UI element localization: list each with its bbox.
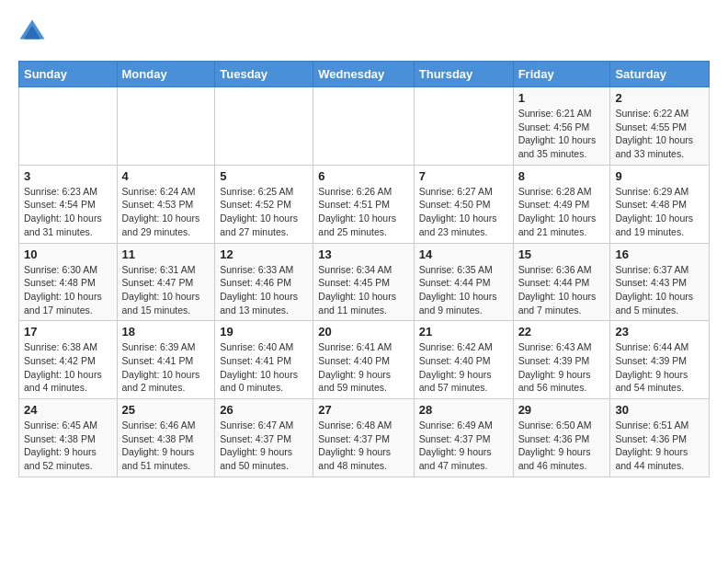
day-info: Sunrise: 6:41 AMSunset: 4:40 PMDaylight:… [318, 340, 408, 395]
calendar-cell: 14Sunrise: 6:35 AMSunset: 4:44 PMDayligh… [414, 243, 513, 321]
day-number: 27 [318, 403, 408, 417]
calendar-week-4: 24Sunrise: 6:45 AMSunset: 4:38 PMDayligh… [19, 399, 710, 477]
day-info: Sunrise: 6:47 AMSunset: 4:37 PMDaylight:… [220, 419, 308, 473]
calendar-cell [19, 87, 118, 166]
day-info: Sunrise: 6:50 AMSunset: 4:36 PMDaylight:… [518, 419, 606, 473]
day-number: 9 [615, 169, 704, 183]
day-number: 3 [24, 169, 112, 183]
calendar-cell: 6Sunrise: 6:26 AMSunset: 4:51 PMDaylight… [313, 165, 414, 243]
day-number: 14 [419, 247, 508, 261]
day-info: Sunrise: 6:43 AMSunset: 4:39 PMDaylight:… [518, 340, 606, 395]
day-info: Sunrise: 6:37 AMSunset: 4:43 PMDaylight:… [615, 263, 704, 317]
calendar-cell: 13Sunrise: 6:34 AMSunset: 4:45 PMDayligh… [313, 243, 414, 321]
day-number: 1 [518, 91, 606, 105]
calendar-cell: 1Sunrise: 6:21 AMSunset: 4:56 PMDaylight… [513, 87, 610, 166]
calendar-cell: 29Sunrise: 6:50 AMSunset: 4:36 PMDayligh… [513, 399, 610, 477]
calendar-cell: 9Sunrise: 6:29 AMSunset: 4:48 PMDaylight… [610, 165, 710, 243]
calendar-cell [313, 87, 414, 166]
calendar-week-2: 10Sunrise: 6:30 AMSunset: 4:48 PMDayligh… [19, 243, 710, 321]
day-number: 26 [220, 403, 308, 417]
day-info: Sunrise: 6:26 AMSunset: 4:51 PMDaylight:… [318, 185, 408, 239]
logo-icon [18, 18, 46, 46]
calendar-cell: 25Sunrise: 6:46 AMSunset: 4:38 PMDayligh… [117, 399, 215, 477]
day-number: 19 [220, 325, 308, 339]
day-header-tuesday: Tuesday [215, 62, 313, 87]
day-number: 29 [518, 403, 606, 417]
day-info: Sunrise: 6:33 AMSunset: 4:46 PMDaylight:… [220, 263, 308, 317]
calendar-cell: 23Sunrise: 6:44 AMSunset: 4:39 PMDayligh… [610, 321, 710, 399]
day-number: 30 [615, 403, 704, 417]
day-number: 6 [318, 169, 408, 183]
day-header-friday: Friday [513, 62, 610, 87]
calendar-cell: 17Sunrise: 6:38 AMSunset: 4:42 PMDayligh… [19, 321, 118, 399]
day-info: Sunrise: 6:36 AMSunset: 4:44 PMDaylight:… [518, 263, 606, 317]
day-number: 28 [419, 403, 508, 417]
day-number: 21 [419, 325, 508, 339]
calendar-cell [117, 87, 215, 166]
calendar-week-0: 1Sunrise: 6:21 AMSunset: 4:56 PMDaylight… [19, 87, 710, 166]
calendar-cell: 10Sunrise: 6:30 AMSunset: 4:48 PMDayligh… [19, 243, 118, 321]
day-info: Sunrise: 6:21 AMSunset: 4:56 PMDaylight:… [518, 107, 606, 161]
day-info: Sunrise: 6:46 AMSunset: 4:38 PMDaylight:… [122, 419, 210, 473]
calendar-cell [215, 87, 313, 166]
day-header-thursday: Thursday [414, 62, 513, 87]
day-info: Sunrise: 6:27 AMSunset: 4:50 PMDaylight:… [419, 185, 508, 239]
day-header-wednesday: Wednesday [313, 62, 414, 87]
day-number: 11 [122, 247, 210, 261]
day-info: Sunrise: 6:24 AMSunset: 4:53 PMDaylight:… [122, 185, 210, 239]
day-info: Sunrise: 6:51 AMSunset: 4:36 PMDaylight:… [615, 419, 704, 473]
calendar-header-row: SundayMondayTuesdayWednesdayThursdayFrid… [19, 62, 710, 87]
calendar-cell: 4Sunrise: 6:24 AMSunset: 4:53 PMDaylight… [117, 165, 215, 243]
calendar-table: SundayMondayTuesdayWednesdayThursdayFrid… [18, 61, 710, 477]
day-number: 7 [419, 169, 508, 183]
day-info: Sunrise: 6:29 AMSunset: 4:48 PMDaylight:… [615, 185, 704, 239]
calendar-cell [414, 87, 513, 166]
day-number: 17 [24, 325, 112, 339]
day-info: Sunrise: 6:22 AMSunset: 4:55 PMDaylight:… [615, 107, 704, 161]
day-info: Sunrise: 6:49 AMSunset: 4:37 PMDaylight:… [419, 419, 508, 473]
day-info: Sunrise: 6:44 AMSunset: 4:39 PMDaylight:… [615, 340, 704, 395]
calendar-cell: 20Sunrise: 6:41 AMSunset: 4:40 PMDayligh… [313, 321, 414, 399]
day-info: Sunrise: 6:45 AMSunset: 4:38 PMDaylight:… [24, 419, 112, 473]
day-number: 25 [122, 403, 210, 417]
day-info: Sunrise: 6:25 AMSunset: 4:52 PMDaylight:… [220, 185, 308, 239]
day-info: Sunrise: 6:38 AMSunset: 4:42 PMDaylight:… [24, 340, 112, 395]
day-header-sunday: Sunday [19, 62, 118, 87]
day-number: 23 [615, 325, 704, 339]
calendar-cell: 22Sunrise: 6:43 AMSunset: 4:39 PMDayligh… [513, 321, 610, 399]
day-number: 4 [122, 169, 210, 183]
calendar-cell: 2Sunrise: 6:22 AMSunset: 4:55 PMDaylight… [610, 87, 710, 166]
day-info: Sunrise: 6:48 AMSunset: 4:37 PMDaylight:… [318, 419, 408, 473]
day-info: Sunrise: 6:28 AMSunset: 4:49 PMDaylight:… [518, 185, 606, 239]
day-info: Sunrise: 6:40 AMSunset: 4:41 PMDaylight:… [220, 340, 308, 395]
logo [18, 18, 50, 46]
page-header [18, 18, 710, 46]
calendar-week-3: 17Sunrise: 6:38 AMSunset: 4:42 PMDayligh… [19, 321, 710, 399]
calendar-cell: 8Sunrise: 6:28 AMSunset: 4:49 PMDaylight… [513, 165, 610, 243]
calendar-cell: 3Sunrise: 6:23 AMSunset: 4:54 PMDaylight… [19, 165, 118, 243]
calendar-cell: 15Sunrise: 6:36 AMSunset: 4:44 PMDayligh… [513, 243, 610, 321]
calendar-cell: 12Sunrise: 6:33 AMSunset: 4:46 PMDayligh… [215, 243, 313, 321]
day-info: Sunrise: 6:42 AMSunset: 4:40 PMDaylight:… [419, 340, 508, 395]
calendar-cell: 19Sunrise: 6:40 AMSunset: 4:41 PMDayligh… [215, 321, 313, 399]
calendar-cell: 16Sunrise: 6:37 AMSunset: 4:43 PMDayligh… [610, 243, 710, 321]
calendar-cell: 18Sunrise: 6:39 AMSunset: 4:41 PMDayligh… [117, 321, 215, 399]
calendar-cell: 24Sunrise: 6:45 AMSunset: 4:38 PMDayligh… [19, 399, 118, 477]
day-info: Sunrise: 6:30 AMSunset: 4:48 PMDaylight:… [24, 263, 112, 317]
day-info: Sunrise: 6:31 AMSunset: 4:47 PMDaylight:… [122, 263, 210, 317]
calendar-cell: 7Sunrise: 6:27 AMSunset: 4:50 PMDaylight… [414, 165, 513, 243]
day-number: 22 [518, 325, 606, 339]
calendar-cell: 28Sunrise: 6:49 AMSunset: 4:37 PMDayligh… [414, 399, 513, 477]
day-info: Sunrise: 6:39 AMSunset: 4:41 PMDaylight:… [122, 340, 210, 395]
day-number: 13 [318, 247, 408, 261]
day-info: Sunrise: 6:34 AMSunset: 4:45 PMDaylight:… [318, 263, 408, 317]
calendar-cell: 30Sunrise: 6:51 AMSunset: 4:36 PMDayligh… [610, 399, 710, 477]
calendar-cell: 5Sunrise: 6:25 AMSunset: 4:52 PMDaylight… [215, 165, 313, 243]
calendar-cell: 21Sunrise: 6:42 AMSunset: 4:40 PMDayligh… [414, 321, 513, 399]
day-info: Sunrise: 6:35 AMSunset: 4:44 PMDaylight:… [419, 263, 508, 317]
day-number: 16 [615, 247, 704, 261]
day-number: 15 [518, 247, 606, 261]
day-number: 12 [220, 247, 308, 261]
day-header-monday: Monday [117, 62, 215, 87]
day-info: Sunrise: 6:23 AMSunset: 4:54 PMDaylight:… [24, 185, 112, 239]
